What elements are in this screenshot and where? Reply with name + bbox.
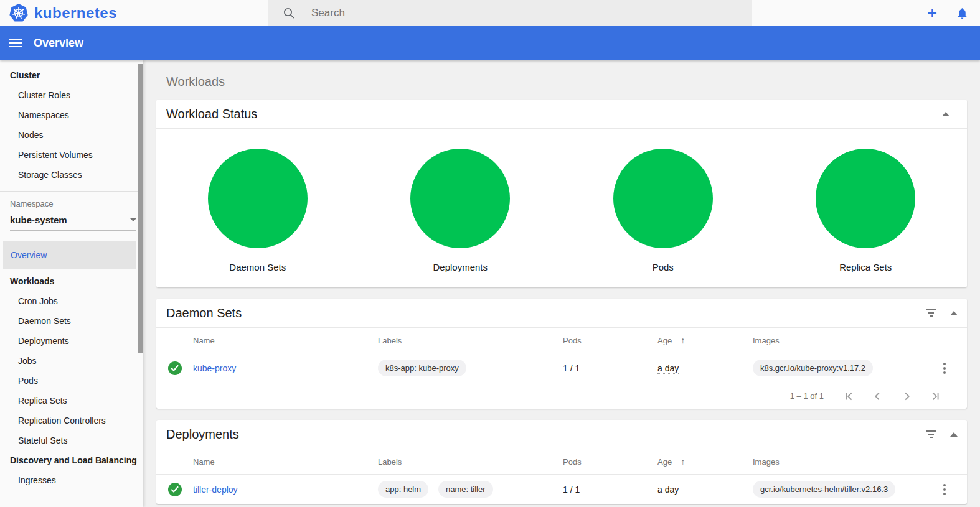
workload-status-title: Workload Status xyxy=(166,107,938,121)
col-header-labels[interactable]: Labels xyxy=(378,457,563,467)
kubernetes-dashboard: kubernetes + Overview Cluster Cluster R xyxy=(0,0,980,507)
notifications-bell-icon[interactable] xyxy=(956,7,969,20)
sidebar-section-cluster: Cluster xyxy=(0,65,143,85)
sidebar-item-namespaces[interactable]: Namespaces xyxy=(0,105,143,125)
sidebar-item-nodes[interactable]: Nodes xyxy=(0,125,143,145)
sidebar-item-overview-label: Overview xyxy=(11,250,47,260)
create-resource-icon[interactable]: + xyxy=(927,5,937,22)
main-content: Workloads Workload Status Daemon Sets De… xyxy=(143,60,980,507)
namespace-label: Namespace xyxy=(0,199,143,208)
deployments-donut-chart: Deployments xyxy=(359,149,562,272)
search-input[interactable] xyxy=(311,7,685,19)
col-header-images[interactable]: Images xyxy=(753,336,937,345)
sidebar-item-replica-sets[interactable]: Replica Sets xyxy=(0,391,143,411)
sidebar-item-jobs[interactable]: Jobs xyxy=(0,351,143,371)
sidebar-item-ingresses[interactable]: Ingresses xyxy=(0,470,143,490)
chart-label: Daemon Sets xyxy=(229,262,286,272)
namespace-select[interactable]: kube-system xyxy=(10,215,136,231)
daemon-set-link[interactable]: kube-proxy xyxy=(193,363,236,373)
sort-ascending-icon[interactable]: ↑ xyxy=(681,457,685,467)
col-header-images[interactable]: Images xyxy=(753,457,937,467)
daemon-sets-pagination: 1 – 1 of 1 xyxy=(156,383,967,409)
col-header-pods[interactable]: Pods xyxy=(563,457,657,467)
collapse-card-icon[interactable] xyxy=(938,305,953,320)
sidebar-nav: Cluster Cluster Roles Namespaces Nodes P… xyxy=(0,60,143,507)
last-page-icon[interactable] xyxy=(921,389,949,403)
header-actions: + xyxy=(752,0,980,26)
pods-count: 1 / 1 xyxy=(563,363,657,373)
collapse-card-icon[interactable] xyxy=(938,106,953,121)
col-header-age[interactable]: Age↑ xyxy=(657,335,753,345)
search-bar[interactable] xyxy=(268,0,752,26)
page-title: Workloads xyxy=(166,75,967,89)
image-chip: gcr.io/kubernetes-helm/tiller:v2.16.3 xyxy=(753,481,895,498)
brand-name: kubernetes xyxy=(34,4,117,22)
filter-icon[interactable] xyxy=(923,305,938,320)
sidebar-item-cluster-roles[interactable]: Cluster Roles xyxy=(0,85,143,105)
deployments-title: Deployments xyxy=(166,427,923,442)
deployment-link[interactable]: tiller-deploy xyxy=(193,485,238,495)
filter-icon[interactable] xyxy=(923,427,938,442)
chevron-down-icon xyxy=(130,218,136,221)
toolbar-title: Overview xyxy=(34,37,83,50)
pods-donut-chart: Pods xyxy=(562,149,765,272)
row-menu-kebab-icon[interactable] xyxy=(937,360,952,376)
sidebar-item-persistent-volumes[interactable]: Persistent Volumes xyxy=(0,145,143,165)
deployments-table-header: Name Labels Pods Age↑ Images xyxy=(156,449,967,474)
col-header-labels[interactable]: Labels xyxy=(378,336,563,345)
sidebar-item-deployments[interactable]: Deployments xyxy=(0,331,143,351)
deployments-card: Deployments Name Labels Pods Age↑ Images xyxy=(156,420,967,504)
next-page-icon[interactable] xyxy=(892,389,921,403)
deployments-donut xyxy=(410,149,510,248)
daemon-sets-card: Daemon Sets Name Labels Pods Age↑ Images xyxy=(156,299,967,409)
row-menu-kebab-icon[interactable] xyxy=(937,481,952,498)
first-page-icon[interactable] xyxy=(835,389,864,403)
top-header: kubernetes + xyxy=(0,0,980,26)
age-value: a day xyxy=(657,485,679,495)
label-chip: app: helm xyxy=(378,481,428,498)
chart-label: Deployments xyxy=(433,262,488,272)
sidebar-item-stateful-sets[interactable]: Stateful Sets xyxy=(0,430,143,450)
daemon-sets-title: Daemon Sets xyxy=(166,306,923,320)
sort-ascending-icon[interactable]: ↑ xyxy=(681,335,685,345)
col-header-name[interactable]: Name xyxy=(193,457,378,467)
sidebar-item-cron-jobs[interactable]: Cron Jobs xyxy=(0,291,143,311)
daemon-sets-donut-chart: Daemon Sets xyxy=(156,149,359,272)
sidebar-item-replication-controllers[interactable]: Replication Controllers xyxy=(0,411,143,430)
label-chip: k8s-app: kube-proxy xyxy=(378,360,466,376)
sidebar-item-storage-classes[interactable]: Storage Classes xyxy=(0,165,143,185)
sidebar-divider xyxy=(0,191,143,192)
workload-status-charts: Daemon Sets Deployments Pods Replica Set… xyxy=(156,129,967,287)
app-toolbar: Overview xyxy=(0,26,980,60)
search-icon xyxy=(283,7,295,19)
age-value: a day xyxy=(657,363,679,374)
pods-donut xyxy=(613,149,713,248)
table-row: kube-proxy k8s-app: kube-proxy 1 / 1 a d… xyxy=(156,353,967,383)
previous-page-icon[interactable] xyxy=(864,389,892,403)
daemon-sets-donut xyxy=(208,149,308,248)
col-header-name[interactable]: Name xyxy=(193,336,378,345)
status-ok-icon xyxy=(156,483,193,496)
collapse-card-icon[interactable] xyxy=(938,427,953,442)
col-header-pods[interactable]: Pods xyxy=(563,336,657,345)
namespace-selected-value: kube-system xyxy=(10,215,67,225)
sidebar-scrollbar[interactable] xyxy=(138,64,143,353)
workload-status-card: Workload Status Daemon Sets Deployments xyxy=(156,100,967,287)
menu-hamburger-icon[interactable] xyxy=(9,35,22,51)
image-chip: k8s.gcr.io/kube-proxy:v1.17.2 xyxy=(753,360,873,376)
label-chip: name: tiller xyxy=(438,481,493,498)
chart-label: Pods xyxy=(653,262,674,272)
sidebar-item-daemon-sets[interactable]: Daemon Sets xyxy=(0,311,143,331)
sidebar-section-workloads: Workloads xyxy=(0,271,143,291)
sidebar-section-discovery: Discovery and Load Balancing xyxy=(0,450,143,470)
brand[interactable]: kubernetes xyxy=(0,0,268,26)
col-header-age[interactable]: Age↑ xyxy=(657,457,753,467)
pods-count: 1 / 1 xyxy=(563,485,657,495)
table-row: tiller-deploy app: helm name: tiller 1 /… xyxy=(156,474,967,504)
pagination-range: 1 – 1 of 1 xyxy=(790,391,824,401)
replica-sets-donut-chart: Replica Sets xyxy=(765,149,968,272)
status-ok-icon xyxy=(156,361,193,375)
sidebar-item-overview[interactable]: Overview xyxy=(3,241,136,269)
chart-label: Replica Sets xyxy=(839,262,892,272)
sidebar-item-pods[interactable]: Pods xyxy=(0,371,143,391)
